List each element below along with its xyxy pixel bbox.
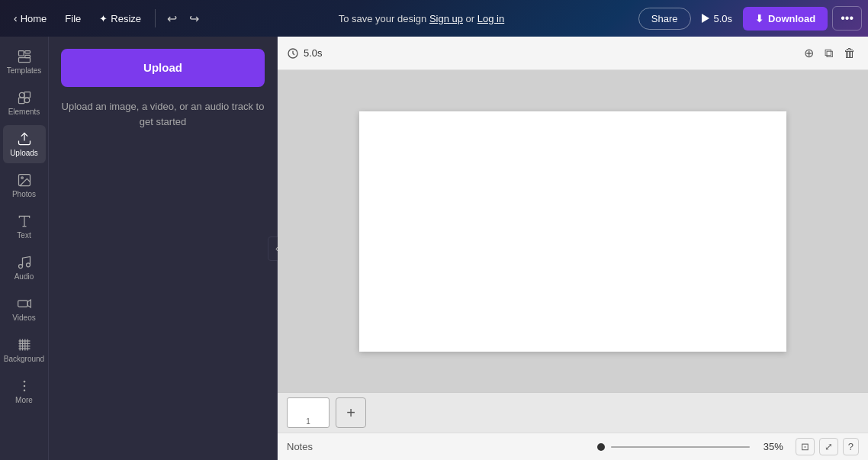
audio-label: Audio: [14, 272, 34, 281]
text-icon: [17, 214, 32, 229]
sidebar-item-photos[interactable]: Photos: [3, 166, 46, 204]
svg-rect-0: [18, 51, 24, 56]
sidebar-item-background[interactable]: Background: [3, 331, 46, 369]
sidebar-item-text[interactable]: Text: [3, 207, 46, 246]
notes-label: Notes: [287, 441, 313, 452]
elements-label: Elements: [8, 108, 40, 116]
page-thumbnail-1[interactable]: 1: [287, 397, 330, 428]
upload-button[interactable]: Upload: [73, 61, 252, 74]
delete-button[interactable]: 🗑: [841, 43, 859, 63]
resize-button[interactable]: ✦ Resize: [92, 8, 149, 29]
zoom-control[interactable]: [597, 443, 750, 451]
notes-bar-right: ⊡ ⤢ ?: [796, 438, 859, 455]
svg-point-5: [24, 98, 30, 103]
sign-up-link[interactable]: Sign up: [429, 13, 463, 24]
divider: [155, 9, 156, 27]
topbar-right: Share 5.0s ⬇ Download •••: [638, 6, 862, 31]
svg-point-14: [26, 263, 30, 267]
svg-point-25: [23, 381, 25, 383]
download-button[interactable]: ⬇ Download: [743, 7, 828, 31]
topbar-left: ‹ Home File ✦ Resize ↩ ↪: [6, 8, 204, 30]
more-options-button[interactable]: •••: [832, 6, 862, 31]
svg-rect-1: [24, 51, 30, 53]
more-icon: [17, 378, 32, 394]
svg-point-4: [19, 92, 24, 98]
duration-label: 5.0s: [714, 13, 733, 24]
more-label: More: [15, 396, 33, 404]
videos-label: Videos: [12, 314, 35, 322]
zoom-line: [611, 446, 750, 448]
sidebar-item-audio[interactable]: Audio: [3, 249, 46, 287]
canvas-slide: [359, 111, 786, 352]
audio-icon: [17, 255, 32, 270]
uploads-label: Uploads: [10, 149, 38, 157]
file-label: File: [65, 13, 81, 24]
play-button[interactable]: 5.0s: [696, 8, 739, 29]
main-layout: Templates Elements Uploads Photos Text A…: [0, 37, 868, 460]
topbar: ‹ Home File ✦ Resize ↩ ↪ To save your de…: [0, 0, 868, 37]
download-label: Download: [768, 13, 815, 24]
resize-label: Resize: [111, 13, 141, 24]
redo-button[interactable]: ↪: [184, 8, 204, 30]
log-in-link[interactable]: Log in: [477, 13, 504, 24]
upload-area[interactable]: Upload: [61, 49, 265, 87]
timer-icon: [287, 47, 299, 60]
svg-point-26: [23, 385, 25, 388]
canvas-toolbar-right: ⊕ ⧉ 🗑: [801, 43, 859, 63]
home-button[interactable]: ‹ Home: [6, 8, 54, 29]
svg-point-10: [21, 177, 22, 179]
uploads-icon: [17, 131, 32, 146]
add-frame-button[interactable]: ⊕: [801, 43, 817, 63]
background-icon: [17, 337, 32, 352]
svg-rect-3: [18, 58, 30, 63]
save-prompt: To save your design Sign up or Log in: [207, 13, 635, 24]
sidebar-item-elements[interactable]: Elements: [3, 84, 46, 122]
sidebar-item-uploads[interactable]: Uploads: [3, 125, 46, 163]
svg-rect-15: [18, 301, 27, 307]
fullscreen-button[interactable]: ⤢: [819, 438, 838, 455]
fit-page-button[interactable]: ⊡: [796, 438, 815, 455]
play-icon: [702, 14, 709, 23]
resize-icon: ✦: [99, 13, 108, 24]
chevron-left-icon: ‹: [14, 12, 18, 24]
uploads-panel: Upload Upload an image, a video, or an a…: [49, 37, 278, 460]
background-label: Background: [4, 355, 44, 363]
elements-icon: [17, 90, 32, 105]
add-page-button[interactable]: +: [336, 397, 366, 428]
zoom-dot: [597, 443, 605, 451]
svg-rect-7: [18, 98, 24, 104]
sidebar-item-videos[interactable]: Videos: [3, 290, 46, 328]
canvas-toolbar: 5.0s ⊕ ⧉ 🗑: [278, 37, 868, 70]
notes-bar: Notes 35% ⊡ ⤢ ?: [278, 433, 868, 460]
canvas-area: 5.0s ⊕ ⧉ 🗑 1 + Notes: [278, 37, 868, 460]
templates-icon: [17, 49, 32, 64]
timer-value: 5.0s: [304, 47, 323, 59]
file-button[interactable]: File: [57, 8, 88, 29]
timer-display: 5.0s: [287, 47, 323, 60]
svg-marker-16: [27, 300, 31, 307]
page-number-1: 1: [306, 417, 310, 426]
pages-bar: 1 +: [278, 392, 868, 433]
sidebar-item-more[interactable]: More: [3, 372, 46, 410]
text-label: Text: [17, 231, 31, 240]
duplicate-button[interactable]: ⧉: [821, 43, 836, 63]
upload-hint: Upload an image, a video, or an audio tr…: [61, 99, 265, 129]
home-label: Home: [21, 13, 47, 24]
videos-icon: [17, 296, 32, 311]
sidebar: Templates Elements Uploads Photos Text A…: [0, 37, 49, 460]
svg-rect-6: [24, 92, 31, 98]
undo-button[interactable]: ↩: [162, 8, 182, 30]
svg-point-27: [23, 390, 25, 391]
share-button[interactable]: Share: [638, 8, 691, 30]
sidebar-item-templates[interactable]: Templates: [3, 43, 46, 81]
photos-label: Photos: [12, 190, 36, 198]
canvas-scroll-area[interactable]: [278, 70, 868, 392]
zoom-percentage: 35%: [756, 441, 783, 452]
download-icon: ⬇: [755, 13, 764, 24]
svg-point-13: [18, 265, 22, 269]
photos-icon: [17, 172, 32, 188]
canvas-inner: [278, 70, 868, 392]
templates-label: Templates: [7, 66, 42, 75]
undo-redo-group: ↩ ↪: [162, 8, 204, 30]
help-button[interactable]: ?: [843, 438, 859, 455]
